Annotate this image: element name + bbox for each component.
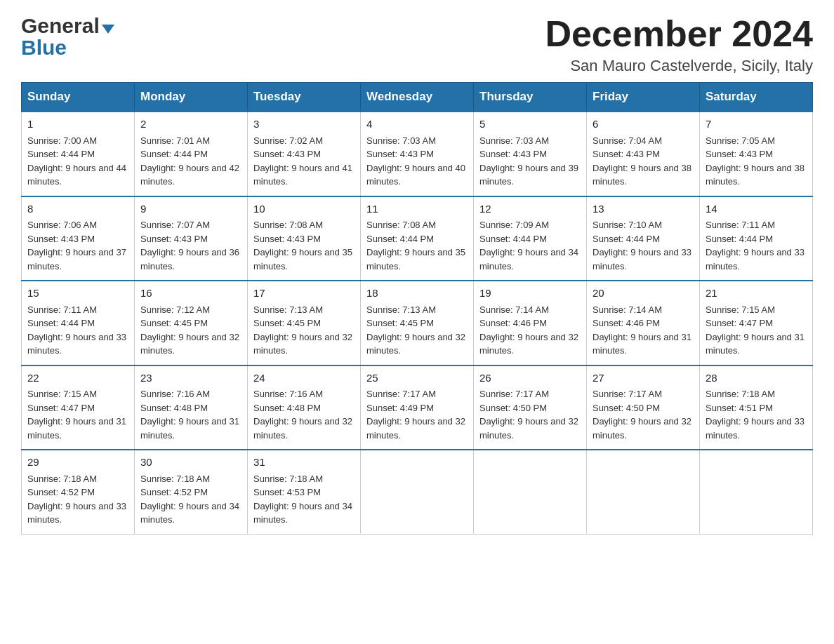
logo-text-blue: Blue xyxy=(21,36,114,59)
day-info: Sunrise: 7:10 AMSunset: 4:44 PMDaylight:… xyxy=(593,220,691,271)
day-info: Sunrise: 7:18 AMSunset: 4:51 PMDaylight:… xyxy=(706,389,805,441)
day-number: 20 xyxy=(593,286,694,302)
week-row-1: 1Sunrise: 7:00 AMSunset: 4:44 PMDaylight… xyxy=(22,112,813,196)
week-row-4: 22Sunrise: 7:15 AMSunset: 4:47 PMDayligh… xyxy=(22,365,813,450)
day-number: 11 xyxy=(366,201,468,217)
day-info: Sunrise: 7:00 AMSunset: 4:44 PMDaylight:… xyxy=(27,135,126,187)
day-number: 24 xyxy=(253,370,355,387)
calendar-cell: 14Sunrise: 7:11 AMSunset: 4:44 PMDayligh… xyxy=(700,196,813,281)
day-info: Sunrise: 7:14 AMSunset: 4:46 PMDaylight:… xyxy=(593,304,691,356)
day-number: 8 xyxy=(27,201,128,217)
day-number: 15 xyxy=(27,286,128,302)
day-info: Sunrise: 7:01 AMSunset: 4:44 PMDaylight:… xyxy=(140,135,239,187)
day-info: Sunrise: 7:03 AMSunset: 4:43 PMDaylight:… xyxy=(479,135,578,187)
day-info: Sunrise: 7:14 AMSunset: 4:46 PMDaylight:… xyxy=(479,304,578,356)
day-number: 18 xyxy=(366,286,468,302)
calendar-cell: 8Sunrise: 7:06 AMSunset: 4:43 PMDaylight… xyxy=(22,196,135,281)
calendar-cell: 31Sunrise: 7:18 AMSunset: 4:53 PMDayligh… xyxy=(248,450,361,534)
day-info: Sunrise: 7:04 AMSunset: 4:43 PMDaylight:… xyxy=(593,135,691,187)
day-info: Sunrise: 7:11 AMSunset: 4:44 PMDaylight:… xyxy=(27,304,126,356)
calendar-cell: 9Sunrise: 7:07 AMSunset: 4:43 PMDaylight… xyxy=(135,196,248,281)
day-info: Sunrise: 7:18 AMSunset: 4:53 PMDaylight:… xyxy=(253,474,352,525)
page-header: General Blue December 2024 San Mauro Cas… xyxy=(21,14,813,75)
calendar-cell: 24Sunrise: 7:16 AMSunset: 4:48 PMDayligh… xyxy=(248,365,361,450)
calendar-cell: 25Sunrise: 7:17 AMSunset: 4:49 PMDayligh… xyxy=(361,365,474,450)
calendar-cell: 18Sunrise: 7:13 AMSunset: 4:45 PMDayligh… xyxy=(361,281,474,365)
day-number: 12 xyxy=(479,201,581,217)
day-info: Sunrise: 7:07 AMSunset: 4:43 PMDaylight:… xyxy=(140,220,239,271)
day-number: 13 xyxy=(593,201,694,217)
day-number: 14 xyxy=(706,201,807,217)
day-number: 19 xyxy=(479,286,581,302)
day-info: Sunrise: 7:17 AMSunset: 4:49 PMDaylight:… xyxy=(366,389,465,441)
day-info: Sunrise: 7:03 AMSunset: 4:43 PMDaylight:… xyxy=(366,135,465,187)
logo-text-general: General xyxy=(21,14,100,37)
calendar-cell xyxy=(474,450,587,534)
day-number: 5 xyxy=(479,116,581,133)
calendar-cell: 21Sunrise: 7:15 AMSunset: 4:47 PMDayligh… xyxy=(700,281,813,365)
calendar-cell: 26Sunrise: 7:17 AMSunset: 4:50 PMDayligh… xyxy=(474,365,587,450)
day-info: Sunrise: 7:18 AMSunset: 4:52 PMDaylight:… xyxy=(140,474,239,525)
day-number: 31 xyxy=(253,455,355,471)
day-number: 9 xyxy=(140,201,241,217)
day-info: Sunrise: 7:02 AMSunset: 4:43 PMDaylight:… xyxy=(253,135,352,187)
weekday-header-monday: Monday xyxy=(135,83,248,112)
logo: General Blue xyxy=(21,14,114,59)
calendar-table: SundayMondayTuesdayWednesdayThursdayFrid… xyxy=(21,82,813,535)
calendar-cell xyxy=(587,450,700,534)
calendar-cell: 13Sunrise: 7:10 AMSunset: 4:44 PMDayligh… xyxy=(587,196,700,281)
weekday-header-saturday: Saturday xyxy=(700,83,813,112)
day-info: Sunrise: 7:13 AMSunset: 4:45 PMDaylight:… xyxy=(366,304,465,356)
day-number: 16 xyxy=(140,286,241,302)
calendar-cell: 23Sunrise: 7:16 AMSunset: 4:48 PMDayligh… xyxy=(135,365,248,450)
weekday-header-thursday: Thursday xyxy=(474,83,587,112)
calendar-cell: 10Sunrise: 7:08 AMSunset: 4:43 PMDayligh… xyxy=(248,196,361,281)
day-number: 17 xyxy=(253,286,355,302)
week-row-3: 15Sunrise: 7:11 AMSunset: 4:44 PMDayligh… xyxy=(22,281,813,365)
day-info: Sunrise: 7:17 AMSunset: 4:50 PMDaylight:… xyxy=(593,389,691,441)
day-info: Sunrise: 7:16 AMSunset: 4:48 PMDaylight:… xyxy=(140,389,239,441)
day-info: Sunrise: 7:13 AMSunset: 4:45 PMDaylight:… xyxy=(253,304,352,356)
calendar-cell: 4Sunrise: 7:03 AMSunset: 4:43 PMDaylight… xyxy=(361,112,474,196)
weekday-header-sunday: Sunday xyxy=(22,83,135,112)
calendar-cell: 3Sunrise: 7:02 AMSunset: 4:43 PMDaylight… xyxy=(248,112,361,196)
day-number: 28 xyxy=(706,370,807,387)
month-title: December 2024 xyxy=(545,14,813,54)
calendar-cell: 2Sunrise: 7:01 AMSunset: 4:44 PMDaylight… xyxy=(135,112,248,196)
week-row-2: 8Sunrise: 7:06 AMSunset: 4:43 PMDaylight… xyxy=(22,196,813,281)
calendar-cell: 1Sunrise: 7:00 AMSunset: 4:44 PMDaylight… xyxy=(22,112,135,196)
day-info: Sunrise: 7:08 AMSunset: 4:43 PMDaylight:… xyxy=(253,220,352,271)
calendar-cell: 17Sunrise: 7:13 AMSunset: 4:45 PMDayligh… xyxy=(248,281,361,365)
day-info: Sunrise: 7:11 AMSunset: 4:44 PMDaylight:… xyxy=(706,220,805,271)
day-info: Sunrise: 7:06 AMSunset: 4:43 PMDaylight:… xyxy=(27,220,126,271)
calendar-cell: 20Sunrise: 7:14 AMSunset: 4:46 PMDayligh… xyxy=(587,281,700,365)
day-info: Sunrise: 7:15 AMSunset: 4:47 PMDaylight:… xyxy=(706,304,805,356)
day-number: 29 xyxy=(27,455,128,471)
title-area: December 2024 San Mauro Castelverde, Sic… xyxy=(545,14,813,75)
calendar-cell: 19Sunrise: 7:14 AMSunset: 4:46 PMDayligh… xyxy=(474,281,587,365)
day-info: Sunrise: 7:08 AMSunset: 4:44 PMDaylight:… xyxy=(366,220,465,271)
day-number: 6 xyxy=(593,116,694,133)
logo-arrow-icon xyxy=(102,25,114,34)
calendar-cell: 22Sunrise: 7:15 AMSunset: 4:47 PMDayligh… xyxy=(22,365,135,450)
day-number: 30 xyxy=(140,455,241,471)
calendar-cell: 29Sunrise: 7:18 AMSunset: 4:52 PMDayligh… xyxy=(22,450,135,534)
calendar-cell: 5Sunrise: 7:03 AMSunset: 4:43 PMDaylight… xyxy=(474,112,587,196)
day-number: 7 xyxy=(706,116,807,133)
calendar-cell: 7Sunrise: 7:05 AMSunset: 4:43 PMDaylight… xyxy=(700,112,813,196)
day-info: Sunrise: 7:15 AMSunset: 4:47 PMDaylight:… xyxy=(27,389,126,441)
calendar-cell: 27Sunrise: 7:17 AMSunset: 4:50 PMDayligh… xyxy=(587,365,700,450)
week-row-5: 29Sunrise: 7:18 AMSunset: 4:52 PMDayligh… xyxy=(22,450,813,534)
calendar-cell: 11Sunrise: 7:08 AMSunset: 4:44 PMDayligh… xyxy=(361,196,474,281)
day-info: Sunrise: 7:09 AMSunset: 4:44 PMDaylight:… xyxy=(479,220,578,271)
day-info: Sunrise: 7:05 AMSunset: 4:43 PMDaylight:… xyxy=(706,135,805,187)
day-info: Sunrise: 7:18 AMSunset: 4:52 PMDaylight:… xyxy=(27,474,126,525)
day-number: 23 xyxy=(140,370,241,387)
weekday-header-tuesday: Tuesday xyxy=(248,83,361,112)
calendar-cell: 16Sunrise: 7:12 AMSunset: 4:45 PMDayligh… xyxy=(135,281,248,365)
day-number: 25 xyxy=(366,370,468,387)
day-info: Sunrise: 7:16 AMSunset: 4:48 PMDaylight:… xyxy=(253,389,352,441)
calendar-cell: 15Sunrise: 7:11 AMSunset: 4:44 PMDayligh… xyxy=(22,281,135,365)
calendar-cell xyxy=(700,450,813,534)
weekday-header-wednesday: Wednesday xyxy=(361,83,474,112)
